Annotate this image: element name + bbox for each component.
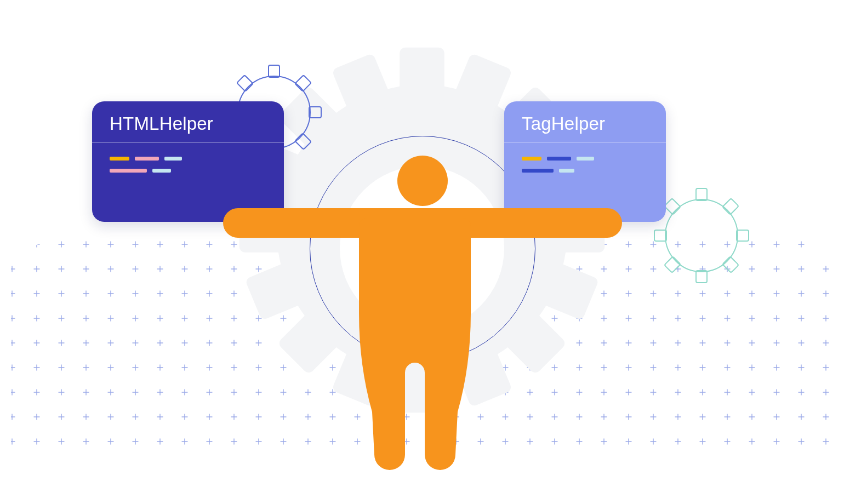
svg-point-36 [397, 156, 448, 206]
svg-rect-28 [696, 188, 707, 201]
svg-rect-23 [295, 75, 311, 91]
svg-point-27 [665, 199, 738, 272]
tag-helper-title: TagHelper [504, 101, 666, 142]
svg-rect-33 [664, 256, 681, 273]
svg-rect-22 [309, 107, 321, 118]
svg-rect-25 [237, 75, 253, 91]
svg-rect-34 [664, 198, 681, 215]
svg-rect-26 [295, 133, 311, 150]
svg-rect-2 [400, 48, 444, 104]
illustration-stage: HTMLHelper TagHelper [0, 0, 844, 504]
accessibility-person-icon [218, 153, 628, 482]
svg-rect-30 [654, 230, 666, 241]
svg-rect-29 [696, 271, 707, 283]
html-helper-title: HTMLHelper [92, 101, 284, 142]
svg-rect-32 [722, 198, 739, 215]
svg-rect-31 [737, 230, 749, 241]
svg-rect-35 [722, 256, 739, 273]
svg-rect-19 [269, 65, 280, 77]
